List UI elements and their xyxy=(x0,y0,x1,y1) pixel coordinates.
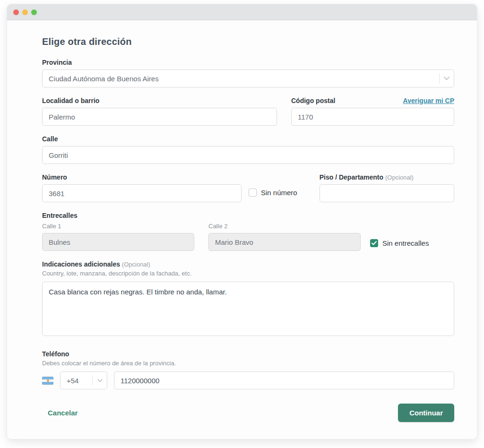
numero-piso-row: Número Sin número Piso / Departamento (O… xyxy=(42,173,454,202)
minimize-window-button[interactable] xyxy=(22,9,28,15)
calle-input[interactable] xyxy=(42,146,454,164)
calle-group: Calle xyxy=(42,135,454,164)
numero-label: Número xyxy=(42,173,242,181)
piso-group: Piso / Departamento (Opcional) xyxy=(320,173,454,202)
codigo-postal-input[interactable] xyxy=(291,108,454,126)
codigo-postal-group: Código postal Averiguar mi CP xyxy=(291,97,454,126)
telefono-input[interactable] xyxy=(114,371,454,389)
telefono-group: Teléfono Debes colocar el número de área… xyxy=(42,350,454,389)
telefono-label: Teléfono xyxy=(42,350,454,358)
calle1-input xyxy=(42,233,194,251)
provincia-selected-value: Ciudad Autónoma de Buenos Aires xyxy=(43,75,439,83)
close-window-button[interactable] xyxy=(13,9,19,15)
averiguar-cp-link[interactable]: Averiguar mi CP xyxy=(403,97,454,104)
continue-button[interactable]: Continuar xyxy=(398,404,454,422)
localidad-label: Localidad o barrio xyxy=(42,97,277,104)
provincia-label: Provincia xyxy=(42,59,454,66)
country-code-select[interactable]: +54 xyxy=(60,371,107,389)
numero-input[interactable] xyxy=(42,184,242,202)
sin-numero-label[interactable]: Sin número xyxy=(261,189,297,197)
numero-group: Número xyxy=(42,173,242,202)
localidad-input[interactable] xyxy=(42,108,277,126)
indicaciones-optional-tag: (Opcional) xyxy=(122,261,150,268)
sin-numero-checkbox[interactable] xyxy=(249,189,257,197)
form-footer: Cancelar Continuar xyxy=(42,404,454,422)
argentina-flag-icon xyxy=(42,377,53,385)
country-code-value: +54 xyxy=(60,377,92,385)
page-title: Elige otra dirección xyxy=(42,36,454,47)
entrecalles-group: Entrecalles Calle 1 Calle 2 Sin entrecal… xyxy=(42,212,454,251)
sin-entrecalles-checkbox-wrap: Sin entrecalles xyxy=(370,239,429,247)
indicaciones-label: Indicaciones adicionales (Opcional) xyxy=(42,260,454,268)
localidad-group: Localidad o barrio xyxy=(42,97,277,126)
entrecalles-label: Entrecalles xyxy=(42,212,454,219)
modal-window: Elige otra dirección Provincia Ciudad Au… xyxy=(7,4,477,439)
piso-input[interactable] xyxy=(320,184,454,202)
window-titlebar xyxy=(7,4,477,20)
localidad-cp-row: Localidad o barrio Código postal Averigu… xyxy=(42,97,454,126)
address-form: Elige otra dirección Provincia Ciudad Au… xyxy=(7,20,477,439)
calle1-label: Calle 1 xyxy=(42,223,194,230)
piso-label: Piso / Departamento (Opcional) xyxy=(320,173,454,181)
provincia-select[interactable]: Ciudad Autónoma de Buenos Aires xyxy=(42,69,454,87)
codigo-postal-label: Código postal xyxy=(291,97,335,104)
provincia-group: Provincia Ciudad Autónoma de Buenos Aire… xyxy=(42,59,454,87)
entrecalles-calle1-group: Calle 1 xyxy=(42,223,194,251)
entrecalles-calle2-group: Calle 2 xyxy=(208,223,361,251)
sin-entrecalles-checkbox[interactable] xyxy=(370,239,378,247)
cancel-button[interactable]: Cancelar xyxy=(48,409,78,417)
calle2-label: Calle 2 xyxy=(208,223,361,230)
calle-label: Calle xyxy=(42,135,454,143)
indicaciones-textarea[interactable]: Casa blanca con rejas negras. El timbre … xyxy=(42,282,454,336)
chevron-down-icon xyxy=(93,379,107,382)
indicaciones-helper: Country, lote, manzana, descripción de l… xyxy=(42,270,454,277)
chevron-down-icon xyxy=(440,77,454,80)
indicaciones-group: Indicaciones adicionales (Opcional) Coun… xyxy=(42,260,454,338)
sin-numero-checkbox-wrap: Sin número xyxy=(249,189,297,197)
telefono-helper: Debes colocar el número de área de la pr… xyxy=(42,360,454,367)
calle2-input xyxy=(208,233,361,251)
piso-optional-tag: (Opcional) xyxy=(385,174,414,181)
zoom-window-button[interactable] xyxy=(31,9,37,15)
sin-entrecalles-label[interactable]: Sin entrecalles xyxy=(382,239,429,247)
